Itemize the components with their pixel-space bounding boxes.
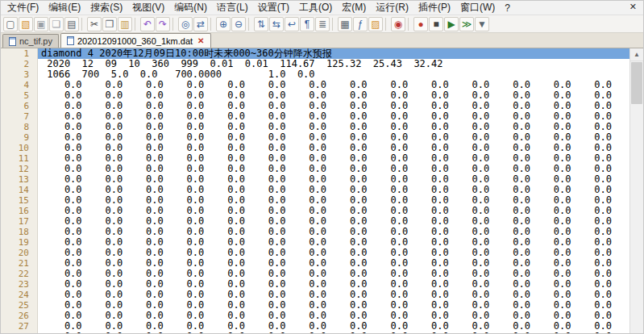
line-text: 0.0 0.0 0.0 0.0 0.0 0.0 0.0 0.0 0.0 0.0 … [38, 321, 629, 332]
editor-line-9[interactable]: 9 0.0 0.0 0.0 0.0 0.0 0.0 0.0 0.0 0.0 0.… [1, 132, 629, 143]
line-number: 16 [1, 206, 38, 216]
line-number: 27 [1, 321, 38, 332]
menu-item-窗口(W)[interactable]: 窗口(W) [455, 0, 500, 15]
editor-line-13[interactable]: 13 0.0 0.0 0.0 0.0 0.0 0.0 0.0 0.0 0.0 0… [1, 174, 629, 185]
show-all-characters-icon[interactable]: ¶ [300, 17, 314, 31]
save-file-icon[interactable]: ▣ [34, 17, 48, 31]
macro-play-multiple-icon[interactable]: ≫ [459, 17, 474, 31]
editor-line-26[interactable]: 26 0.0 0.0 0.0 0.0 0.0 0.0 0.0 0.0 0.0 0… [1, 311, 629, 321]
zoom-out-icon[interactable]: ⊖ [231, 17, 246, 31]
line-text: 0.0 0.0 0.0 0.0 0.0 0.0 0.0 0.0 0.0 0.0 … [38, 248, 629, 258]
indent-guide-icon[interactable]: ≣ [315, 17, 330, 31]
editor-line-15[interactable]: 15 0.0 0.0 0.0 0.0 0.0 0.0 0.0 0.0 0.0 0… [1, 195, 629, 206]
folder-workspace-icon[interactable]: ▨ [368, 17, 383, 31]
sync-horizontal-icon[interactable]: ⇆ [269, 17, 284, 31]
line-number: 8 [1, 122, 38, 132]
zoom-in-icon[interactable]: ⊕ [216, 17, 231, 31]
new-file-icon[interactable]: ▢ [3, 17, 18, 31]
editor-line-22[interactable]: 22 0.0 0.0 0.0 0.0 0.0 0.0 0.0 0.0 0.0 0… [1, 269, 629, 279]
monitoring-icon[interactable]: ◉ [391, 17, 405, 31]
menu-item-语言(L)[interactable]: 语言(L) [212, 0, 253, 15]
macro-play-icon[interactable]: ▶ [444, 17, 459, 31]
open-file-icon[interactable]: ▧ [19, 17, 33, 31]
vertical-scrollbar[interactable]: ▲ [629, 48, 643, 334]
editor[interactable]: 1diamond 4 2020年12月09日10:00时未来000~360分钟降… [1, 48, 643, 334]
editor-line-8[interactable]: 8 0.0 0.0 0.0 0.0 0.0 0.0 0.0 0.0 0.0 0.… [1, 122, 629, 132]
editor-line-12[interactable]: 12 0.0 0.0 0.0 0.0 0.0 0.0 0.0 0.0 0.0 0… [1, 164, 629, 174]
line-number: 17 [1, 216, 38, 227]
line-text: 0.0 0.0 0.0 0.0 0.0 0.0 0.0 0.0 0.0 0.0 … [38, 300, 629, 311]
macro-record-icon[interactable]: ● [413, 17, 428, 31]
menu-item-文件(F)[interactable]: 文件(F) [2, 0, 44, 15]
paste-icon[interactable]: ▥ [118, 17, 132, 31]
toolbar-separator [172, 18, 176, 31]
menu-item-运行(R)[interactable]: 运行(R) [371, 0, 413, 15]
menu-item-设置(T)[interactable]: 设置(T) [253, 0, 294, 15]
editor-line-25[interactable]: 25 0.0 0.0 0.0 0.0 0.0 0.0 0.0 0.0 0.0 0… [1, 300, 629, 311]
print-icon[interactable]: ▤ [64, 17, 79, 31]
redo-icon[interactable]: ↷ [156, 17, 170, 31]
line-text: 0.0 0.0 0.0 0.0 0.0 0.0 0.0 0.0 0.0 0.0 … [38, 164, 629, 174]
macro-save-icon[interactable]: ▼ [475, 17, 489, 31]
line-number: 19 [1, 237, 38, 248]
document-map-icon[interactable]: ▦ [338, 17, 352, 31]
menu-item-工具(O)[interactable]: 工具(O) [294, 0, 337, 15]
editor-line-21[interactable]: 21 0.0 0.0 0.0 0.0 0.0 0.0 0.0 0.0 0.0 0… [1, 258, 629, 269]
editor-line-24[interactable]: 24 0.0 0.0 0.0 0.0 0.0 0.0 0.0 0.0 0.0 0… [1, 290, 629, 300]
menu-item-宏(M)[interactable]: 宏(M) [337, 0, 371, 15]
line-text: 0.0 0.0 0.0 0.0 0.0 0.0 0.0 0.0 0.0 0.0 … [38, 174, 629, 185]
undo-icon[interactable]: ↶ [140, 17, 155, 31]
editor-line-3[interactable]: 3 1066 700 5.0 0.0 700.0000 1.0 0.0 [1, 69, 629, 80]
line-number: 7 [1, 111, 38, 122]
line-text: 0.0 0.0 0.0 0.0 0.0 0.0 0.0 0.0 0.0 0.0 … [38, 269, 629, 279]
find-icon[interactable]: ◎ [178, 17, 193, 31]
line-number: 12 [1, 164, 38, 174]
editor-line-17[interactable]: 17 0.0 0.0 0.0 0.0 0.0 0.0 0.0 0.0 0.0 0… [1, 216, 629, 227]
editor-line-11[interactable]: 11 0.0 0.0 0.0 0.0 0.0 0.0 0.0 0.0 0.0 0… [1, 153, 629, 164]
line-text: 0.0 0.0 0.0 0.0 0.0 0.0 0.0 0.0 0.0 0.0 … [38, 216, 629, 227]
toolbar: ▢▧▣❏▤✂❐▥↶↷◎⇄⊕⊖⇅⇆↩¶≣▦ƒ▨◉●■▶≫▼ [1, 15, 643, 33]
tab-202012091000_360_1km.dat[interactable]: 202012091000_360_1km.dat✕ [60, 33, 211, 48]
line-text: 0.0 0.0 0.0 0.0 0.0 0.0 0.0 0.0 0.0 0.0 … [38, 185, 629, 195]
editor-line-1[interactable]: 1diamond 4 2020年12月09日10:00时未来000~360分钟降… [1, 48, 629, 59]
line-number: 14 [1, 185, 38, 195]
sync-vertical-icon[interactable]: ⇅ [254, 17, 268, 31]
menu-item-搜索(S)[interactable]: 搜索(S) [85, 0, 127, 15]
tab-close-icon[interactable]: ✕ [196, 36, 204, 45]
menu-item-?[interactable]: ? [500, 2, 515, 15]
menu-item-编辑(E)[interactable]: 编辑(E) [44, 0, 85, 15]
word-wrap-icon[interactable]: ↩ [285, 17, 299, 31]
editor-line-27[interactable]: 27 0.0 0.0 0.0 0.0 0.0 0.0 0.0 0.0 0.0 0… [1, 321, 629, 332]
editor-line-19[interactable]: 19 0.0 0.0 0.0 0.0 0.0 0.0 0.0 0.0 0.0 0… [1, 237, 629, 248]
menu-item-编码(N)[interactable]: 编码(N) [169, 0, 212, 15]
menu-item-视图(V)[interactable]: 视图(V) [127, 0, 169, 15]
editor-line-16[interactable]: 16 0.0 0.0 0.0 0.0 0.0 0.0 0.0 0.0 0.0 0… [1, 206, 629, 216]
editor-line-6[interactable]: 6 0.0 0.0 0.0 0.0 0.0 0.0 0.0 0.0 0.0 0.… [1, 101, 629, 111]
line-text: 0.0 0.0 0.0 0.0 0.0 0.0 0.0 0.0 0.0 0.0 … [38, 195, 629, 206]
scrollbar-thumb[interactable] [631, 62, 642, 104]
editor-line-14[interactable]: 14 0.0 0.0 0.0 0.0 0.0 0.0 0.0 0.0 0.0 0… [1, 185, 629, 195]
editor-line-20[interactable]: 20 0.0 0.0 0.0 0.0 0.0 0.0 0.0 0.0 0.0 0… [1, 248, 629, 258]
line-text: 0.0 0.0 0.0 0.0 0.0 0.0 0.0 0.0 0.0 0.0 … [38, 153, 629, 164]
scroll-up-icon[interactable]: ▲ [630, 48, 643, 61]
editor-line-7[interactable]: 7 0.0 0.0 0.0 0.0 0.0 0.0 0.0 0.0 0.0 0.… [1, 111, 629, 122]
document-icon [9, 37, 16, 46]
tab-nc_tif.py[interactable]: nc_tif.py [2, 34, 59, 48]
editor-line-5[interactable]: 5 0.0 0.0 0.0 0.0 0.0 0.0 0.0 0.0 0.0 0.… [1, 90, 629, 101]
editor-line-10[interactable]: 10 0.0 0.0 0.0 0.0 0.0 0.0 0.0 0.0 0.0 0… [1, 143, 629, 153]
editor-line-2[interactable]: 2 2020 12 09 10 360 999 0.01 0.01 114.67… [1, 59, 629, 69]
line-text: 0.0 0.0 0.0 0.0 0.0 0.0 0.0 0.0 0.0 0.0 … [38, 101, 629, 111]
menu-item-插件(P)[interactable]: 插件(P) [413, 0, 455, 15]
replace-icon[interactable]: ⇄ [193, 17, 208, 31]
editor-line-23[interactable]: 23 0.0 0.0 0.0 0.0 0.0 0.0 0.0 0.0 0.0 0… [1, 279, 629, 290]
macro-stop-icon[interactable]: ■ [429, 17, 443, 31]
editor-line-18[interactable]: 18 0.0 0.0 0.0 0.0 0.0 0.0 0.0 0.0 0.0 0… [1, 227, 629, 237]
window-close-icon[interactable]: ✕ [626, 2, 640, 12]
function-list-icon[interactable]: ƒ [353, 17, 368, 31]
editor-line-4[interactable]: 4 0.0 0.0 0.0 0.0 0.0 0.0 0.0 0.0 0.0 0.… [1, 80, 629, 90]
line-text: 0.0 0.0 0.0 0.0 0.0 0.0 0.0 0.0 0.0 0.0 … [38, 258, 629, 269]
save-all-icon[interactable]: ❏ [49, 17, 64, 31]
copy-icon[interactable]: ❐ [102, 17, 117, 31]
cut-icon[interactable]: ✂ [87, 17, 102, 31]
line-text: 0.0 0.0 0.0 0.0 0.0 0.0 0.0 0.0 0.0 0.0 … [38, 206, 629, 216]
